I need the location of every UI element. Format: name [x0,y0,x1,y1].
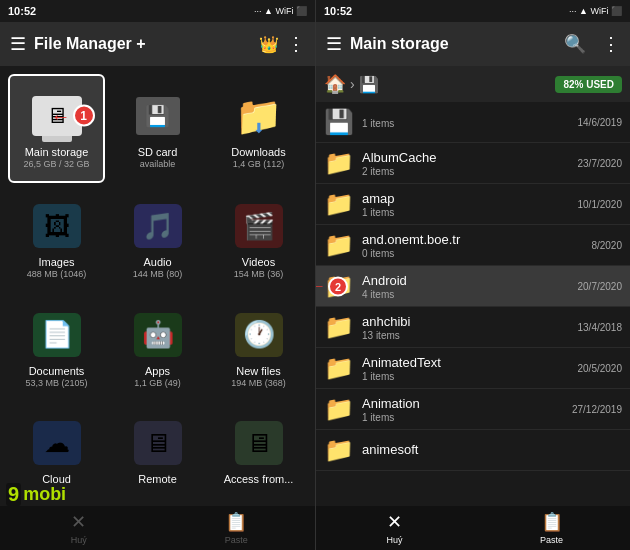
cancel-icon: ✕ [71,511,86,533]
folder-date: 8/2020 [591,240,622,251]
storage-date: 14/6/2019 [578,117,623,128]
new-files-icon: 🕐 [235,313,283,357]
badge-1: 1 [73,105,95,127]
access-emoji: 🖥 [246,428,272,459]
grid-item-documents[interactable]: 📄 Documents 53,3 MB (2105) [8,295,105,400]
right-more-menu-icon[interactable]: ⋮ [602,33,620,55]
list-item[interactable]: 📁 animesoft [316,430,630,471]
videos-sub: 154 MB (36) [234,269,284,279]
left-cancel-button[interactable]: ✕ Huý [0,511,158,545]
remote-emoji: 🖥 [145,428,171,459]
list-item-android[interactable]: 📁 Android 4 items 20/7/2020 ← 2 [316,266,630,307]
arrow-right-icon: ← [51,104,71,127]
right-app-bar: ☰ Main storage 🔍 ⋮ [316,22,630,66]
apps-sub: 1,1 GB (49) [134,378,181,388]
folder-info: anhchibi 13 items [362,314,570,341]
new-files-icon-box: 🕐 [231,309,287,361]
documents-emoji: 📄 [41,319,73,350]
list-item[interactable]: 📁 amap 1 items 10/1/2020 [316,184,630,225]
list-item[interactable]: 📁 AnimatedText 1 items 20/5/2020 [316,348,630,389]
list-item[interactable]: 📁 Animation 1 items 27/12/2019 [316,389,630,430]
watermark: 9 mobi [6,483,66,506]
folder-icon: 📁 [324,149,354,177]
grid-item-remote[interactable]: 🖥 Remote [109,404,206,499]
folder-count: 1 items [362,371,570,382]
apps-icon: 🤖 [134,313,182,357]
right-hamburger-icon[interactable]: ☰ [326,33,342,55]
storage-row-icon: 💾 [324,108,354,136]
sd-card-label: SD card [138,146,178,158]
sd-card-sub: available [140,159,176,169]
paste-label: Paste [225,535,248,545]
right-search-icon[interactable]: 🔍 [564,33,586,55]
grid-item-access-from[interactable]: 🖥 Access from... [210,404,307,499]
grid-container: 🖥 ← 1 Main storage 26,5 GB / 32 GB 💾 SD … [0,66,315,506]
paste-icon: 📋 [225,511,247,533]
list-item[interactable]: 📁 anhchibi 13 items 13/4/2018 [316,307,630,348]
list-item[interactable]: 📁 AlbumCache 2 items 23/7/2020 [316,143,630,184]
hamburger-icon[interactable]: ☰ [10,33,26,55]
apps-icon-box: 🤖 [130,309,186,361]
crown-icon: 👑 [259,35,279,54]
left-status-icons: ··· ▲ WiFi ⬛ [254,6,307,16]
folder-icon: 📁 [324,313,354,341]
grid-item-new-files[interactable]: 🕐 New files 194 MB (368) [210,295,307,400]
folder-info: amap 1 items [362,191,570,218]
access-from-label: Access from... [224,473,294,485]
breadcrumb-bar: 🏠 › 💾 82% USED [316,66,630,102]
storage-row[interactable]: 💾 1 items 14/6/2019 [316,102,630,143]
documents-icon: 📄 [33,313,81,357]
right-bottom-bar: ✕ Huý 📋 Paste [316,506,630,550]
folder-date: 23/7/2020 [578,158,623,169]
folder-name: AnimatedText [362,355,570,370]
access-icon: 🖥 [235,421,283,465]
left-paste-button[interactable]: 📋 Paste [158,511,316,545]
folder-count: 13 items [362,330,570,341]
cloud-emoji: ☁ [44,428,70,459]
folder-icon: 📁 [324,231,354,259]
grid-item-apps[interactable]: 🤖 Apps 1,1 GB (49) [109,295,206,400]
remote-label: Remote [138,473,177,485]
videos-icon-box: 🎬 [231,200,287,252]
folder-info: Animation 1 items [362,396,564,423]
folder-name: Android [362,273,570,288]
left-time: 10:52 [8,5,36,17]
grid-item-audio[interactable]: 🎵 Audio 144 MB (80) [109,187,206,292]
storage-row-info: 1 items [362,113,570,131]
grid-item-sd-card[interactable]: 💾 SD card available [109,74,206,183]
right-paste-button[interactable]: 📋 Paste [473,511,630,545]
audio-icon-box: 🎵 [130,200,186,252]
videos-label: Videos [242,256,275,268]
right-status-icons: ··· ▲ WiFi ⬛ [569,6,622,16]
images-icon-box: 🖼 [29,200,85,252]
main-storage-sub: 26,5 GB / 32 GB [23,159,89,169]
folder-count: 1 items [362,412,564,423]
folder-info: AnimatedText 1 items [362,355,570,382]
documents-label: Documents [29,365,85,377]
list-item[interactable]: 📁 and.onemt.boe.tr 0 items 8/2020 [316,225,630,266]
grid-item-downloads[interactable]: 📁 ⬇ Downloads 1,4 GB (112) [210,74,307,183]
apps-label: Apps [145,365,170,377]
grid-item-main-storage[interactable]: 🖥 ← 1 Main storage 26,5 GB / 32 GB [8,74,105,183]
images-icon: 🖼 [33,204,81,248]
grid-item-videos[interactable]: 🎬 Videos 154 MB (36) [210,187,307,292]
home-icon[interactable]: 🏠 [324,73,346,95]
right-cancel-button[interactable]: ✕ Huý [316,511,473,545]
images-sub: 488 MB (1046) [27,269,87,279]
left-app-bar: ☰ File Manager + 👑 ⋮ [0,22,315,66]
watermark-9: 9 [6,483,21,506]
breadcrumb-chevron: › [350,76,355,92]
folder-name: AlbumCache [362,150,570,165]
cancel-label: Huý [71,535,87,545]
folder-icon: 📁 [324,436,354,464]
cloud-icon-box: ☁ [29,417,85,469]
download-arrow-icon: ⬇ [253,120,265,136]
left-more-menu-icon[interactable]: ⋮ [287,33,305,55]
downloads-label: Downloads [231,146,285,158]
audio-icon: 🎵 [134,204,182,248]
main-storage-icon-box: 🖥 ← 1 [29,90,85,142]
left-panel: 10:52 ··· ▲ WiFi ⬛ ☰ File Manager + 👑 ⋮ … [0,0,315,550]
grid-item-images[interactable]: 🖼 Images 488 MB (1046) [8,187,105,292]
file-list: 💾 1 items 14/6/2019 📁 AlbumCache 2 items… [316,102,630,506]
documents-sub: 53,3 MB (2105) [25,378,87,388]
